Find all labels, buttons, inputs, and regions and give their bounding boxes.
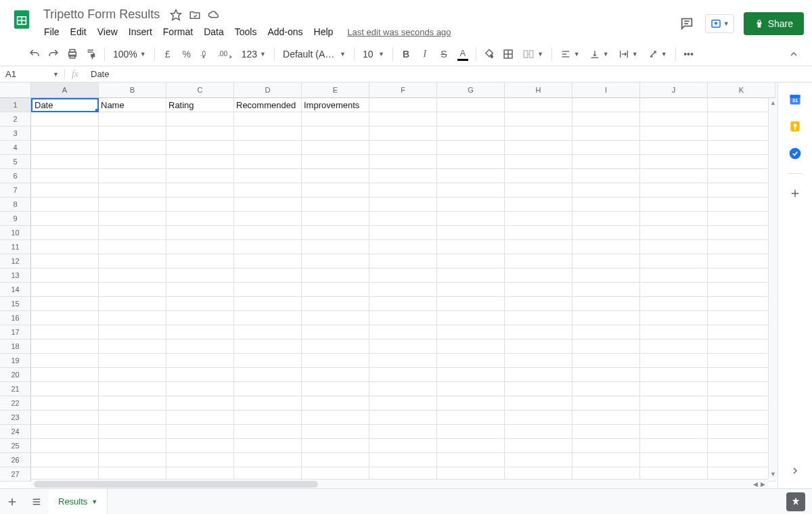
cell[interactable] xyxy=(505,240,572,254)
cell[interactable] xyxy=(437,453,505,467)
keep-icon[interactable] xyxy=(788,119,803,134)
cell[interactable] xyxy=(31,453,99,467)
cell[interactable] xyxy=(640,354,708,368)
collapse-toolbar-icon[interactable] xyxy=(785,45,803,63)
cell[interactable] xyxy=(640,98,708,112)
cell[interactable] xyxy=(166,183,234,197)
cell[interactable] xyxy=(505,311,572,325)
cell[interactable] xyxy=(369,368,437,382)
cell[interactable] xyxy=(99,411,166,425)
all-sheets-button[interactable] xyxy=(24,489,49,515)
cell[interactable] xyxy=(708,183,775,197)
calendar-icon[interactable]: 31 xyxy=(788,92,803,107)
cell[interactable] xyxy=(572,311,640,325)
cell[interactable] xyxy=(437,183,505,197)
column-header[interactable]: D xyxy=(234,83,302,98)
cell[interactable] xyxy=(369,396,437,411)
cell[interactable] xyxy=(708,141,775,155)
cell[interactable] xyxy=(572,141,640,155)
cell[interactable] xyxy=(166,354,234,368)
cell[interactable] xyxy=(708,254,775,268)
cell[interactable] xyxy=(437,169,505,183)
cell[interactable] xyxy=(572,382,640,396)
cell[interactable]: Rating xyxy=(166,98,234,112)
cell[interactable] xyxy=(166,411,234,425)
cell[interactable] xyxy=(572,169,640,183)
cell[interactable] xyxy=(640,212,708,226)
cell[interactable] xyxy=(708,382,775,396)
cell[interactable] xyxy=(31,354,99,368)
cell[interactable] xyxy=(572,411,640,425)
cell[interactable] xyxy=(640,368,708,382)
font-select[interactable]: Default (Ari...▼ xyxy=(279,45,350,63)
column-header[interactable]: H xyxy=(505,83,572,98)
cell[interactable]: Improvements xyxy=(302,98,369,112)
cell[interactable] xyxy=(369,297,437,311)
cell[interactable] xyxy=(234,268,302,283)
cell[interactable] xyxy=(437,141,505,155)
paint-format-icon[interactable] xyxy=(83,45,100,63)
star-icon[interactable] xyxy=(169,8,183,22)
cell[interactable] xyxy=(302,325,369,340)
cell[interactable] xyxy=(369,98,437,112)
row-header[interactable]: 1 xyxy=(0,98,31,112)
cell[interactable] xyxy=(31,112,99,126)
cell[interactable] xyxy=(99,453,166,467)
cell[interactable] xyxy=(437,354,505,368)
row-header[interactable]: 18 xyxy=(0,340,31,354)
cell[interactable] xyxy=(369,112,437,126)
cell[interactable] xyxy=(640,340,708,354)
cell[interactable]: Date xyxy=(31,98,99,112)
cell[interactable] xyxy=(166,439,234,453)
cell[interactable] xyxy=(572,283,640,297)
cell[interactable] xyxy=(437,283,505,297)
cell[interactable] xyxy=(31,141,99,155)
cell[interactable] xyxy=(640,126,708,141)
cell[interactable] xyxy=(708,283,775,297)
row-header[interactable]: 7 xyxy=(0,183,31,197)
cell[interactable] xyxy=(234,283,302,297)
cell[interactable] xyxy=(505,325,572,340)
cell[interactable] xyxy=(708,112,775,126)
cell[interactable] xyxy=(708,325,775,340)
cell[interactable] xyxy=(234,396,302,411)
cell[interactable] xyxy=(99,311,166,325)
cell[interactable] xyxy=(302,340,369,354)
column-header[interactable]: B xyxy=(99,83,166,98)
cell[interactable] xyxy=(99,226,166,240)
cell[interactable] xyxy=(166,141,234,155)
cell[interactable] xyxy=(31,254,99,268)
cell[interactable] xyxy=(234,169,302,183)
column-header[interactable]: F xyxy=(369,83,437,98)
cell[interactable] xyxy=(505,183,572,197)
column-header[interactable]: A xyxy=(31,83,99,98)
cell[interactable] xyxy=(708,368,775,382)
row-header[interactable]: 12 xyxy=(0,254,31,268)
cell[interactable] xyxy=(437,254,505,268)
cell[interactable] xyxy=(166,112,234,126)
menu-tools[interactable]: Tools xyxy=(230,24,262,40)
cell[interactable] xyxy=(708,340,775,354)
cell[interactable] xyxy=(302,411,369,425)
cell[interactable] xyxy=(572,183,640,197)
column-header[interactable]: K xyxy=(708,83,775,98)
cell[interactable] xyxy=(369,283,437,297)
cell[interactable] xyxy=(31,382,99,396)
cell[interactable] xyxy=(708,453,775,467)
cell[interactable] xyxy=(640,268,708,283)
cell[interactable] xyxy=(640,197,708,212)
cell[interactable] xyxy=(708,126,775,141)
cell[interactable] xyxy=(437,368,505,382)
cell[interactable] xyxy=(572,340,640,354)
row-header[interactable]: 3 xyxy=(0,126,31,141)
cell[interactable] xyxy=(302,126,369,141)
row-header[interactable]: 16 xyxy=(0,311,31,325)
cell[interactable] xyxy=(234,126,302,141)
cell[interactable] xyxy=(708,155,775,169)
cell[interactable] xyxy=(505,382,572,396)
cell[interactable] xyxy=(234,439,302,453)
menu-help[interactable]: Help xyxy=(309,24,338,40)
row-header[interactable]: 5 xyxy=(0,155,31,169)
cell[interactable] xyxy=(369,354,437,368)
cell[interactable] xyxy=(640,183,708,197)
